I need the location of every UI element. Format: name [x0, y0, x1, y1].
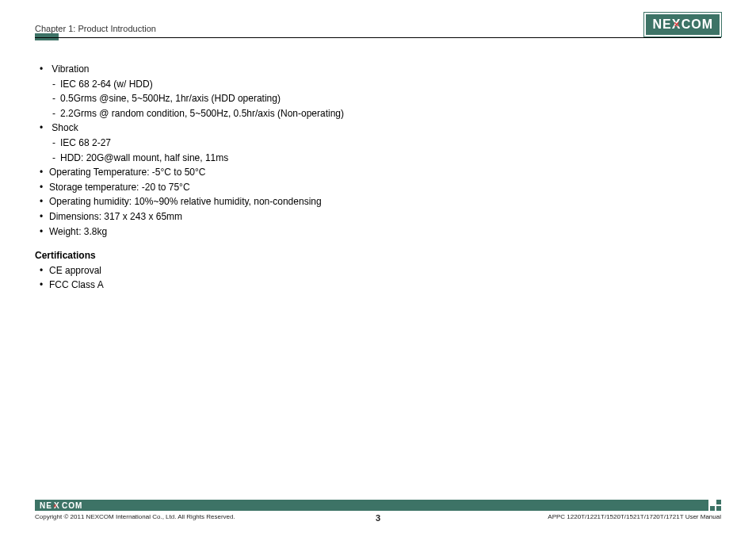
- page-content: Vibration IEC 68 2-64 (w/ HDD) 0.5Grms @…: [35, 62, 721, 293]
- spec-shock: Shock IEC 68 2-27 HDD: 20G@wall mount, h…: [49, 121, 721, 165]
- cert-item: CE approval: [49, 263, 721, 278]
- brand-logo-top: NECOM: [644, 13, 721, 36]
- logo-right: COM: [682, 17, 713, 32]
- page-footer: NECOM Copyright © 2011 NEXCOM Internatio…: [35, 500, 721, 520]
- spec-humidity: Operating humidity: 10%~90% relative hum…: [49, 194, 721, 209]
- nexcom-logo-footer-icon: NECOM: [35, 501, 82, 510]
- footer-text-row: Copyright © 2011 NEXCOM International Co…: [35, 513, 721, 520]
- logo-x-icon: [52, 501, 62, 510]
- cert-item: FCC Class A: [49, 278, 721, 293]
- logo-left: NE: [652, 17, 671, 32]
- page-header: Chapter 1: Product Introduction NECOM: [35, 13, 721, 36]
- footer-bar: NECOM: [35, 500, 721, 511]
- spec-subitem: 0.5Grms @sine, 5~500Hz, 1hr/axis (HDD op…: [60, 91, 721, 106]
- spec-weight: Weight: 3.8kg: [49, 224, 721, 240]
- spec-subitem: HDD: 20G@wall mount, half sine, 11ms: [60, 151, 721, 166]
- vibration-sublist: IEC 68 2-64 (w/ HDD) 0.5Grms @sine, 5~50…: [49, 77, 721, 121]
- spec-subitem: IEC 68 2-64 (w/ HDD): [60, 77, 721, 92]
- spec-label: Shock: [52, 122, 78, 133]
- nexcom-logo-icon: NECOM: [644, 13, 721, 36]
- header-divider: [35, 35, 721, 38]
- logo-left: NE: [40, 501, 52, 510]
- spec-vibration: Vibration IEC 68 2-64 (w/ HDD) 0.5Grms @…: [49, 62, 721, 121]
- footer-copyright: Copyright © 2011 NEXCOM International Co…: [35, 513, 235, 520]
- footer-manual-title: APPC 1220T/1221T/1520T/1521T/1720T/1721T…: [548, 513, 721, 520]
- spec-dimensions: Dimensions: 317 x 243 x 65mm: [49, 209, 721, 224]
- spec-label: Vibration: [52, 63, 89, 75]
- spec-operating-temp: Operating Temperature: -5°C to 50°C: [49, 165, 721, 180]
- spec-storage-temp: Storage temperature: -20 to 75°C: [49, 180, 721, 195]
- logo-x-icon: [672, 17, 682, 32]
- certifications-heading: Certifications: [35, 248, 721, 263]
- logo-right: COM: [62, 501, 82, 510]
- specs-list: Vibration IEC 68 2-64 (w/ HDD) 0.5Grms @…: [35, 62, 721, 239]
- footer-corner-icon: [710, 500, 721, 511]
- header-line: [35, 37, 721, 38]
- certifications-list: CE approval FCC Class A: [35, 263, 721, 293]
- shock-sublist: IEC 68 2-27 HDD: 20G@wall mount, half si…: [49, 136, 721, 165]
- spec-subitem: 2.2Grms @ random condition, 5~500Hz, 0.5…: [60, 106, 721, 121]
- footer-page-number: 3: [376, 513, 380, 523]
- spec-subitem: IEC 68 2-27: [60, 136, 721, 151]
